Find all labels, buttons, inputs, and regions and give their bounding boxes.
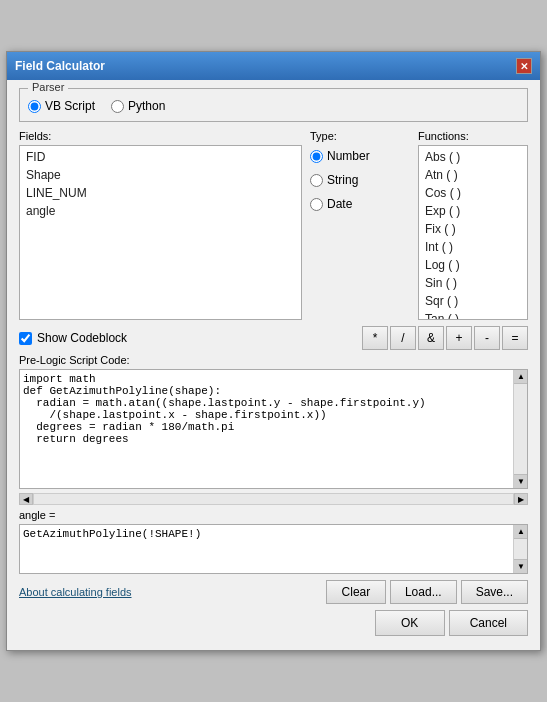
list-item[interactable]: Int ( ) xyxy=(421,238,525,256)
operator-plus[interactable]: + xyxy=(446,326,472,350)
list-item[interactable]: Shape xyxy=(22,166,299,184)
operator-buttons: * / & + - = xyxy=(362,326,528,350)
type-date-option[interactable]: Date xyxy=(310,197,410,211)
type-date-label: Date xyxy=(327,197,352,211)
clear-button[interactable]: Clear xyxy=(326,580,386,604)
type-section: Type: Number String Date xyxy=(310,130,410,320)
about-link[interactable]: About calculating fields xyxy=(19,586,132,598)
operator-minus[interactable]: - xyxy=(474,326,500,350)
list-item[interactable]: angle xyxy=(22,202,299,220)
title-bar: Field Calculator ✕ xyxy=(7,52,540,80)
show-codeblock-checkbox[interactable] xyxy=(19,332,32,345)
show-codeblock-label: Show Codeblock xyxy=(37,331,127,345)
horizontal-scroll-row: ◀ ▶ xyxy=(19,493,528,505)
fields-box: Fields: FID Shape LINE_NUM angle xyxy=(19,130,302,320)
functions-list[interactable]: Abs ( ) Atn ( ) Cos ( ) Exp ( ) Fix ( ) … xyxy=(418,145,528,320)
list-item[interactable]: Log ( ) xyxy=(421,256,525,274)
parser-python-radio[interactable] xyxy=(111,100,124,113)
scroll-down-arrow[interactable]: ▼ xyxy=(514,474,528,488)
type-string-option[interactable]: String xyxy=(310,173,410,187)
action-buttons: Clear Load... Save... xyxy=(326,580,528,604)
show-codeblock-checkbox-label[interactable]: Show Codeblock xyxy=(19,331,127,345)
expression-area: GetAzimuthPolyline(!SHAPE!) ▲ ▼ xyxy=(19,524,528,574)
scroll-left-arrow[interactable]: ◀ xyxy=(19,493,33,505)
prescript-label: Pre-Logic Script Code: xyxy=(19,354,528,366)
parser-vbscript-option[interactable]: VB Script xyxy=(28,99,95,113)
parser-vbscript-label: VB Script xyxy=(45,99,95,113)
functions-section: Functions: Abs ( ) Atn ( ) Cos ( ) Exp (… xyxy=(418,130,528,320)
list-item[interactable]: Sin ( ) xyxy=(421,274,525,292)
functions-label: Functions: xyxy=(418,130,528,142)
ok-button[interactable]: OK xyxy=(375,610,445,636)
save-button[interactable]: Save... xyxy=(461,580,528,604)
type-number-radio[interactable] xyxy=(310,150,323,163)
list-item[interactable]: FID xyxy=(22,148,299,166)
cancel-button[interactable]: Cancel xyxy=(449,610,528,636)
parser-group: Parser VB Script Python xyxy=(19,88,528,122)
close-button[interactable]: ✕ xyxy=(516,58,532,74)
expr-scroll-up-arrow[interactable]: ▲ xyxy=(514,525,528,539)
list-item[interactable]: Tan ( ) xyxy=(421,310,525,320)
list-item[interactable]: Atn ( ) xyxy=(421,166,525,184)
type-number-label: Number xyxy=(327,149,370,163)
operator-divide[interactable]: / xyxy=(390,326,416,350)
expression-label: angle = xyxy=(19,509,528,521)
ok-cancel-row: OK Cancel xyxy=(19,610,528,642)
list-item[interactable]: LINE_NUM xyxy=(22,184,299,202)
operator-ampersand[interactable]: & xyxy=(418,326,444,350)
fields-list[interactable]: FID Shape LINE_NUM angle xyxy=(19,145,302,320)
prescript-textarea[interactable]: import math def GetAzimuthPolyline(shape… xyxy=(23,373,508,485)
type-options: Number String Date xyxy=(310,145,410,211)
type-string-radio[interactable] xyxy=(310,174,323,187)
parser-vbscript-radio[interactable] xyxy=(28,100,41,113)
parser-python-option[interactable]: Python xyxy=(111,99,165,113)
horizontal-scrollbar-track[interactable] xyxy=(33,493,514,505)
list-item[interactable]: Fix ( ) xyxy=(421,220,525,238)
list-item[interactable]: Cos ( ) xyxy=(421,184,525,202)
load-button[interactable]: Load... xyxy=(390,580,457,604)
type-label: Type: xyxy=(310,130,410,142)
list-item[interactable]: Abs ( ) xyxy=(421,148,525,166)
parser-row: VB Script Python xyxy=(28,95,519,113)
bottom-row: About calculating fields Clear Load... S… xyxy=(19,580,528,604)
prescript-area: import math def GetAzimuthPolyline(shape… xyxy=(19,369,528,489)
type-string-label: String xyxy=(327,173,358,187)
list-item[interactable]: Sqr ( ) xyxy=(421,292,525,310)
scroll-right-arrow[interactable]: ▶ xyxy=(514,493,528,505)
expression-textarea[interactable]: GetAzimuthPolyline(!SHAPE!) xyxy=(23,528,508,570)
middle-section: Fields: FID Shape LINE_NUM angle Type: N… xyxy=(19,130,528,320)
list-item[interactable]: Exp ( ) xyxy=(421,202,525,220)
expr-vertical-scrollbar[interactable]: ▲ ▼ xyxy=(513,525,527,573)
fields-label: Fields: xyxy=(19,130,302,142)
parser-python-label: Python xyxy=(128,99,165,113)
field-calculator-dialog: Field Calculator ✕ Parser VB Script Pyth… xyxy=(6,51,541,651)
expr-scroll-down-arrow[interactable]: ▼ xyxy=(514,559,528,573)
scroll-up-arrow[interactable]: ▲ xyxy=(514,370,528,384)
operator-equals[interactable]: = xyxy=(502,326,528,350)
type-date-radio[interactable] xyxy=(310,198,323,211)
parser-label: Parser xyxy=(28,81,68,93)
codeblock-row: Show Codeblock * / & + - = xyxy=(19,326,528,350)
operator-multiply[interactable]: * xyxy=(362,326,388,350)
type-number-option[interactable]: Number xyxy=(310,149,410,163)
dialog-title: Field Calculator xyxy=(15,59,105,73)
vertical-scrollbar[interactable]: ▲ ▼ xyxy=(513,370,527,488)
